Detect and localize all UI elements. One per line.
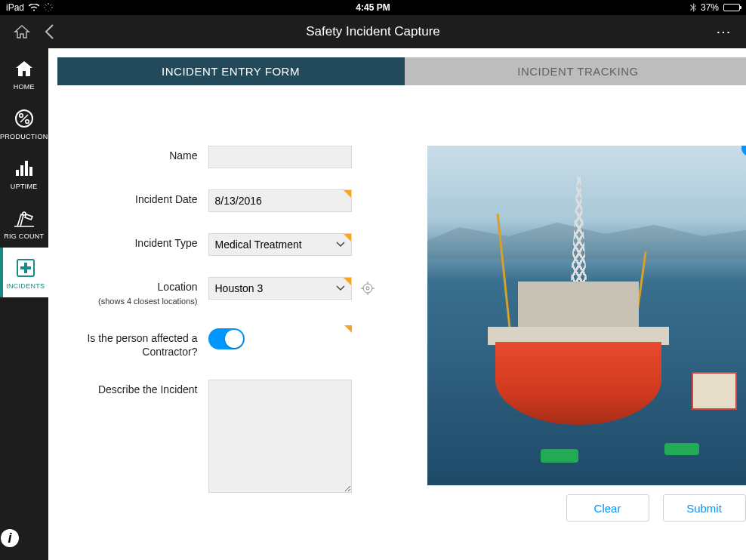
- location-value: Houston 3: [215, 282, 264, 294]
- svg-rect-18: [20, 266, 31, 269]
- required-corner-icon: [344, 234, 351, 242]
- submit-button[interactable]: Submit: [663, 494, 746, 522]
- sidebar-info-button[interactable]: i: [0, 516, 48, 560]
- oil-rig-icon: [0, 207, 48, 229]
- required-corner-icon: [344, 190, 351, 198]
- svg-line-4: [45, 5, 46, 5]
- svg-line-5: [51, 10, 51, 11]
- tab-incident-tracking[interactable]: INCIDENT TRACKING: [405, 57, 747, 85]
- location-select[interactable]: Houston 3: [208, 277, 352, 300]
- tab-incident-entry[interactable]: INCIDENT ENTRY FORM: [57, 57, 405, 85]
- incident-date-value: 8/13/2016: [215, 195, 262, 207]
- name-input[interactable]: [208, 146, 352, 168]
- form-actions: Clear Submit: [427, 485, 747, 531]
- main-content: INCIDENT ENTRY FORM INCIDENT TRACKING Na…: [48, 48, 747, 560]
- image-pane: 1 Clear Submit: [427, 146, 747, 560]
- tab-bar: INCIDENT ENTRY FORM INCIDENT TRACKING: [57, 57, 747, 85]
- svg-point-10: [25, 120, 29, 124]
- name-label: Name: [57, 146, 208, 163]
- percent-icon: [0, 107, 48, 130]
- back-icon[interactable]: [44, 23, 54, 40]
- sidebar: HOME PRODUCTION UPTIME RIG COUNT INCIDEN…: [0, 48, 48, 560]
- home-nav-icon[interactable]: [14, 24, 30, 39]
- sidebar-item-home[interactable]: HOME: [0, 48, 48, 98]
- loading-spinner-icon: [44, 3, 53, 12]
- image-count-badge: 1: [741, 146, 747, 156]
- sidebar-item-label: RIG COUNT: [0, 232, 48, 240]
- locate-icon[interactable]: [361, 282, 375, 295]
- incident-type-label: Incident Type: [57, 233, 208, 251]
- incident-date-label: Incident Date: [57, 189, 208, 207]
- incident-form: Name Incident Date 8/13/2016 I: [57, 146, 405, 560]
- bar-chart-icon: [0, 157, 48, 180]
- app-title-bar: Safety Incident Capture ⋯: [0, 15, 746, 48]
- contractor-label: Is the person affected a Contractor?: [57, 328, 208, 358]
- status-time: 4:45 PM: [356, 2, 390, 13]
- svg-line-11: [20, 115, 28, 122]
- sidebar-item-label: HOME: [0, 83, 48, 91]
- svg-rect-14: [25, 161, 28, 176]
- clear-button[interactable]: Clear: [566, 494, 649, 522]
- incident-date-field[interactable]: 8/13/2016: [208, 189, 352, 212]
- info-icon: i: [0, 528, 48, 548]
- svg-point-21: [363, 284, 372, 293]
- chevron-down-icon: [336, 285, 345, 291]
- required-corner-icon: [344, 278, 351, 285]
- sidebar-item-rig-count[interactable]: RIG COUNT: [0, 198, 48, 248]
- contractor-toggle[interactable]: [208, 328, 245, 349]
- sidebar-item-uptime[interactable]: UPTIME: [0, 148, 48, 198]
- rig-photo[interactable]: 1: [427, 146, 747, 485]
- chevron-down-icon: [336, 242, 345, 248]
- svg-point-22: [366, 287, 369, 290]
- page-title: Safety Incident Capture: [306, 24, 440, 39]
- home-icon: [0, 57, 48, 80]
- battery-percent: 37%: [701, 2, 719, 13]
- svg-line-7: [51, 5, 51, 5]
- incident-type-value: Medical Treatment: [215, 238, 302, 251]
- describe-label: Describe the Incident: [57, 380, 208, 397]
- sidebar-item-label: UPTIME: [0, 183, 48, 190]
- svg-point-9: [19, 114, 23, 118]
- bluetooth-icon: [690, 3, 696, 12]
- sidebar-item-label: PRODUCTION: [0, 133, 48, 140]
- battery-icon: [723, 4, 740, 11]
- sidebar-item-label: INCIDENTS: [3, 282, 48, 290]
- more-menu-icon[interactable]: ⋯: [716, 23, 746, 41]
- svg-line-6: [45, 10, 46, 11]
- svg-rect-13: [20, 165, 23, 176]
- location-label: Location (shows 4 closest locations): [57, 277, 208, 307]
- ios-status-bar: iPad 4:45 PM 37%: [0, 0, 746, 15]
- svg-rect-15: [29, 167, 32, 176]
- required-corner-icon: [344, 325, 352, 333]
- wifi-icon: [29, 4, 39, 11]
- incident-type-select[interactable]: Medical Treatment: [208, 233, 352, 256]
- sidebar-item-production[interactable]: PRODUCTION: [0, 98, 48, 148]
- device-label: iPad: [6, 2, 24, 13]
- sidebar-item-incidents[interactable]: INCIDENTS: [0, 248, 48, 297]
- svg-rect-12: [16, 170, 19, 176]
- describe-textarea[interactable]: [208, 380, 352, 493]
- medical-plus-icon: [3, 257, 48, 279]
